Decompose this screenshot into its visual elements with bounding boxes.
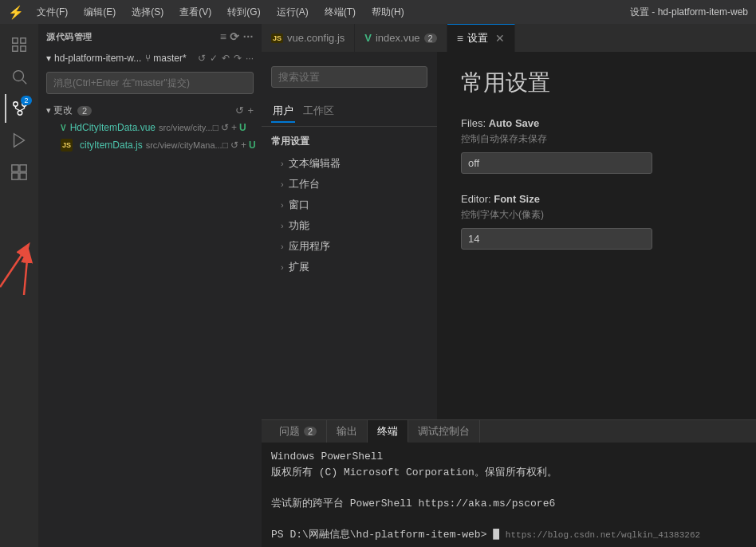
terminal-watermark: https://blog.csdn.net/wqlkin_41383262 [506,530,700,540]
activity-extensions[interactable] [5,158,33,187]
menu-edit[interactable]: 编辑(E) [77,4,122,21]
settings-item-text-editor[interactable]: › 文本编辑器 [262,153,437,174]
tab-index-vue[interactable]: V index.vue 2 [355,24,447,52]
more-icon[interactable]: ··· [246,53,254,64]
settings-item-app[interactable]: › 应用程序 [262,236,437,257]
changes-label: 更改 [53,104,73,117]
activity-explorer[interactable] [5,30,33,59]
settings-item-window[interactable]: › 窗口 [262,195,437,215]
menu-file[interactable]: 文件(F) [30,4,74,21]
changes-header[interactable]: ▾ 更改 2 ↺ + [46,102,254,119]
undo-icon[interactable]: ↺ [198,53,206,64]
menu-help[interactable]: 帮助(H) [365,4,411,21]
settings-item-label-workspace: 工作台 [289,177,320,191]
repo-expand-icon[interactable]: ▾ [46,53,51,64]
repo-action-icons: ↺ ✓ ↶ ↷ ··· [198,53,254,64]
menu-terminal[interactable]: 终端(T) [318,4,362,21]
settings-item-label-window: 窗口 [289,198,309,212]
panel-title: 源代码管理 [46,31,93,43]
settings-item-workspace[interactable]: › 工作台 [262,174,437,195]
file-name-js: cityItemData.js [80,140,143,151]
activity-run[interactable] [5,126,33,155]
settings-tabs: 用户 工作区 [262,94,437,127]
js-file-icon: JS [61,139,73,152]
terminal-tab-debug[interactable]: 调试控制台 [408,420,480,443]
terminal-tab-problems[interactable]: 问题 2 [270,420,327,443]
settings-group: › 文本编辑器 › 工作台 › 窗口 › 功能 [262,152,437,279]
settings-area: 用户 工作区 常用设置 › 文本编辑器 › 工作台 › 窗口 [262,52,756,419]
svg-rect-0 [13,38,18,43]
terminal-label: 终端 [377,424,398,439]
tab-settings[interactable]: ≡ 设置 ✕ [447,24,515,52]
vue-config-icon: JS [271,33,283,43]
svg-rect-14 [12,165,18,171]
file-actions-vue: □ ↺ + U [213,122,246,133]
settings-item-extensions[interactable]: › 扩展 [262,257,437,277]
svg-point-8 [18,111,22,116]
discard-all-icon[interactable]: ↺ [235,104,244,116]
panel-refresh-icon[interactable]: ⟳ [230,30,240,43]
font-size-input[interactable] [461,228,652,250]
tab-index-vue-label: index.vue [376,32,420,44]
tab-settings-close[interactable]: ✕ [495,32,505,45]
file-stage-icon[interactable]: + [231,122,237,133]
file-status-vue: U [239,122,246,133]
debug-label: 调试控制台 [418,424,470,439]
chevron-right-icon-2: › [281,179,284,189]
menu-bar[interactable]: 文件(F) 编辑(E) 选择(S) 查看(V) 转到(G) 运行(A) 终端(T… [30,4,630,21]
settings-item-label-app: 应用程序 [289,239,330,254]
file-discard-icon-2[interactable]: ↺ [230,140,238,151]
window-title: 设置 - hd-platform-item-web [630,6,748,19]
file-open-icon[interactable]: □ [213,122,219,133]
font-size-bold: Font Size [494,193,540,205]
chevron-right-icon-6: › [281,262,284,272]
svg-rect-16 [12,173,18,179]
menu-view[interactable]: 查看(V) [173,4,218,21]
prev-icon[interactable]: ↶ [222,53,230,64]
settings-tab-user[interactable]: 用户 [271,100,295,123]
file-item-vue[interactable]: V HdCityItemData.vue src/view/city... □ … [46,119,254,136]
settings-search-input[interactable] [271,66,427,88]
tab-vue-config[interactable]: JS vue.config.js [262,24,355,52]
file-discard-icon[interactable]: ↺ [221,122,229,133]
terminal-area: 问题 2 输出 终端 调试控制台 Windows PowerShell 版权所有… [262,419,756,547]
settings-search-area [262,60,437,94]
check-icon[interactable]: ✓ [210,53,218,64]
activity-source-control[interactable]: 2 [5,94,33,123]
repo-row: ▾ hd-platform-item-w... ⑂ master* ↺ ✓ ↶ … [38,49,262,67]
menu-select[interactable]: 选择(S) [125,4,170,21]
settings-auto-save: Files: Auto Save 控制自动保存未保存 [461,117,732,174]
terminal-line-5 [271,511,746,527]
terminal-line-6: PS D:\网融信息\hd-platform-item-web> █ https… [271,527,746,543]
chevron-right-icon-4: › [281,221,284,230]
settings-item-label-features: 功能 [289,218,309,233]
next-icon[interactable]: ↷ [234,53,242,64]
svg-line-10 [16,108,21,111]
file-item-js[interactable]: JS cityItemData.js src/view/cityMana... … [46,136,254,154]
terminal-tab-terminal[interactable]: 终端 [368,420,408,443]
activity-search[interactable] [5,62,33,91]
auto-save-input[interactable] [461,152,652,174]
commit-message-input[interactable] [46,72,254,94]
branch-icon: ⑂ [145,53,151,64]
settings-item-features[interactable]: › 功能 [262,215,437,236]
font-size-prefix: Editor: [461,193,494,205]
svg-rect-17 [20,173,26,179]
file-open-icon-2[interactable]: □ [222,140,228,151]
svg-line-5 [22,80,26,84]
panel-more-icon[interactable]: ··· [243,30,254,43]
add-all-icon[interactable]: + [247,104,254,116]
file-status-js: U [249,140,256,151]
menu-goto[interactable]: 转到(G) [221,4,266,21]
svg-line-12 [20,108,25,111]
file-stage-icon-2[interactable]: + [241,140,246,151]
terminal-content: Windows PowerShell 版权所有 (C) Microsoft Co… [262,443,756,547]
terminal-tab-output[interactable]: 输出 [327,420,368,443]
title-bar: ⚡ 文件(F) 编辑(E) 选择(S) 查看(V) 转到(G) 运行(A) 终端… [0,0,756,24]
chevron-right-icon-3: › [281,200,284,210]
tab-settings-label: 设置 [467,31,488,45]
tab-vue-config-label: vue.config.js [287,32,345,44]
menu-run[interactable]: 运行(A) [270,4,315,21]
panel-layout-icon[interactable]: ≡ [220,30,227,43]
settings-tab-workspace[interactable]: 工作区 [301,100,336,123]
